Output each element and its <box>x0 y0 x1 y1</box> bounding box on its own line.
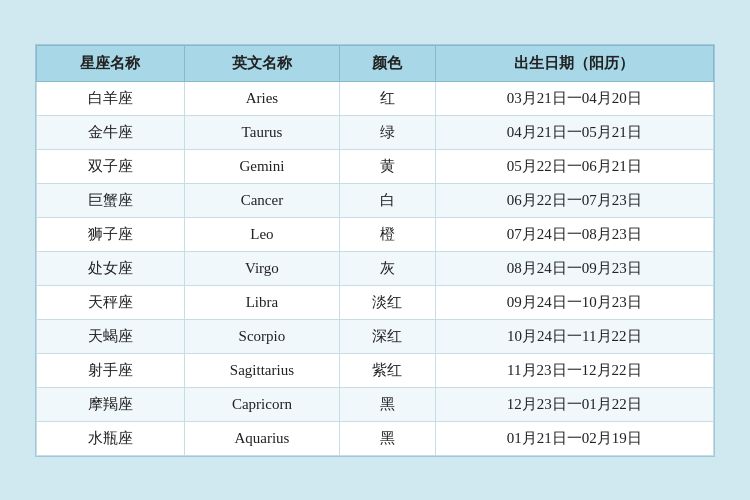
cell-date: 01月21日一02月19日 <box>435 421 713 455</box>
cell-date: 10月24日一11月22日 <box>435 319 713 353</box>
cell-date: 07月24日一08月23日 <box>435 217 713 251</box>
table-row: 天秤座Libra淡红09月24日一10月23日 <box>37 285 714 319</box>
cell-date: 08月24日一09月23日 <box>435 251 713 285</box>
zodiac-table: 星座名称 英文名称 颜色 出生日期（阳历） 白羊座Aries红03月21日一04… <box>36 45 714 456</box>
table-header-row: 星座名称 英文名称 颜色 出生日期（阳历） <box>37 45 714 81</box>
table-row: 巨蟹座Cancer白06月22日一07月23日 <box>37 183 714 217</box>
table-row: 摩羯座Capricorn黑12月23日一01月22日 <box>37 387 714 421</box>
cell-color: 绿 <box>339 115 435 149</box>
cell-color: 黄 <box>339 149 435 183</box>
cell-english-name: Aquarius <box>184 421 339 455</box>
cell-date: 11月23日一12月22日 <box>435 353 713 387</box>
table-row: 白羊座Aries红03月21日一04月20日 <box>37 81 714 115</box>
cell-english-name: Scorpio <box>184 319 339 353</box>
cell-color: 白 <box>339 183 435 217</box>
cell-color: 灰 <box>339 251 435 285</box>
cell-date: 06月22日一07月23日 <box>435 183 713 217</box>
table-row: 水瓶座Aquarius黑01月21日一02月19日 <box>37 421 714 455</box>
cell-date: 04月21日一05月21日 <box>435 115 713 149</box>
table-row: 狮子座Leo橙07月24日一08月23日 <box>37 217 714 251</box>
cell-chinese-name: 水瓶座 <box>37 421 185 455</box>
cell-chinese-name: 巨蟹座 <box>37 183 185 217</box>
table-row: 金牛座Taurus绿04月21日一05月21日 <box>37 115 714 149</box>
cell-english-name: Aries <box>184 81 339 115</box>
table-row: 天蝎座Scorpio深红10月24日一11月22日 <box>37 319 714 353</box>
cell-english-name: Capricorn <box>184 387 339 421</box>
header-date: 出生日期（阳历） <box>435 45 713 81</box>
cell-color: 深红 <box>339 319 435 353</box>
cell-color: 黑 <box>339 387 435 421</box>
table-body: 白羊座Aries红03月21日一04月20日金牛座Taurus绿04月21日一0… <box>37 81 714 455</box>
cell-date: 09月24日一10月23日 <box>435 285 713 319</box>
table-row: 双子座Gemini黄05月22日一06月21日 <box>37 149 714 183</box>
zodiac-table-container: 星座名称 英文名称 颜色 出生日期（阳历） 白羊座Aries红03月21日一04… <box>35 44 715 457</box>
cell-date: 12月23日一01月22日 <box>435 387 713 421</box>
table-row: 射手座Sagittarius紫红11月23日一12月22日 <box>37 353 714 387</box>
cell-chinese-name: 处女座 <box>37 251 185 285</box>
cell-english-name: Libra <box>184 285 339 319</box>
cell-color: 橙 <box>339 217 435 251</box>
cell-color: 淡红 <box>339 285 435 319</box>
cell-english-name: Virgo <box>184 251 339 285</box>
table-row: 处女座Virgo灰08月24日一09月23日 <box>37 251 714 285</box>
cell-date: 03月21日一04月20日 <box>435 81 713 115</box>
cell-color: 黑 <box>339 421 435 455</box>
cell-chinese-name: 摩羯座 <box>37 387 185 421</box>
cell-english-name: Gemini <box>184 149 339 183</box>
cell-english-name: Leo <box>184 217 339 251</box>
cell-chinese-name: 白羊座 <box>37 81 185 115</box>
cell-color: 红 <box>339 81 435 115</box>
cell-chinese-name: 双子座 <box>37 149 185 183</box>
header-color: 颜色 <box>339 45 435 81</box>
header-english-name: 英文名称 <box>184 45 339 81</box>
cell-chinese-name: 金牛座 <box>37 115 185 149</box>
cell-chinese-name: 天秤座 <box>37 285 185 319</box>
cell-date: 05月22日一06月21日 <box>435 149 713 183</box>
cell-chinese-name: 天蝎座 <box>37 319 185 353</box>
cell-color: 紫红 <box>339 353 435 387</box>
cell-chinese-name: 狮子座 <box>37 217 185 251</box>
cell-chinese-name: 射手座 <box>37 353 185 387</box>
header-chinese-name: 星座名称 <box>37 45 185 81</box>
cell-english-name: Taurus <box>184 115 339 149</box>
cell-english-name: Sagittarius <box>184 353 339 387</box>
cell-english-name: Cancer <box>184 183 339 217</box>
